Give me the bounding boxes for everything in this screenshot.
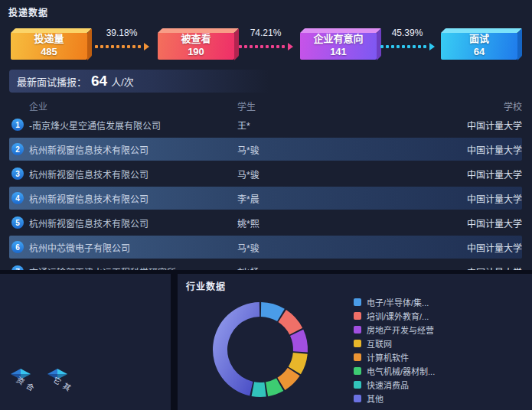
arrow-dot bbox=[260, 45, 263, 48]
row-school: 中国计量大学 bbox=[377, 168, 522, 181]
stage-value: 141 bbox=[330, 46, 347, 59]
donut-slice[interactable] bbox=[213, 302, 259, 395]
industry-panel-title: 行业数据 bbox=[186, 279, 226, 292]
stage-value: 64 bbox=[474, 46, 485, 59]
chart-legend: 电子/半导体/集...培训/课外教育/...房地产开发与经营互联网计算机软件电气… bbox=[354, 298, 435, 408]
arrow-dot bbox=[116, 45, 119, 48]
arrow-dot bbox=[282, 45, 285, 48]
arrow-head-icon bbox=[429, 43, 435, 50]
broadcast-value: 64 bbox=[91, 73, 107, 89]
row-index-badge: 1 bbox=[11, 119, 24, 131]
funnel-stage-viewed: 被查看 190 bbox=[158, 32, 234, 60]
legend-label: 其他 bbox=[367, 392, 383, 405]
legend-item[interactable]: 计算机软件 bbox=[354, 353, 435, 361]
arrow-dot bbox=[138, 45, 141, 48]
row-school: 中国计量大学 bbox=[377, 143, 522, 156]
stage-top-bevel bbox=[158, 28, 239, 33]
row-index-badge: 6 bbox=[11, 241, 24, 253]
legend-label: 电子/半导体/集... bbox=[367, 296, 429, 308]
table-body: 1 -南京烽火星空通信发展有限公司 王* 中国计量大学 2 杭州新视窗信息技术有… bbox=[9, 113, 522, 270]
row-student: 姚*熙 bbox=[237, 216, 377, 229]
table-row: 2 杭州新视窗信息技术有限公司 马*骏 中国计量大学 bbox=[9, 138, 522, 161]
row-company: 杭州中芯微电子有限公司 bbox=[29, 241, 237, 254]
arrow-dot bbox=[127, 45, 130, 48]
legend-color-chip bbox=[354, 353, 361, 361]
arrow-dot bbox=[391, 45, 394, 48]
row-student: 马*骏 bbox=[237, 143, 377, 156]
arrow-dot bbox=[266, 45, 269, 48]
legend-color-chip bbox=[354, 367, 361, 375]
legend-item[interactable]: 其他 bbox=[354, 394, 435, 402]
row-company: 交通运输部天津水运工程科学研究所 bbox=[29, 265, 237, 271]
row-index-badge: 3 bbox=[11, 168, 24, 180]
funnel-stage-company-interested: 企业有意向 141 bbox=[300, 32, 377, 60]
arrow-dot bbox=[276, 45, 279, 48]
legend-item[interactable]: 快速消费品 bbox=[354, 380, 435, 389]
legend-label: 计算机软件 bbox=[367, 351, 409, 363]
arrow-dot bbox=[407, 45, 410, 48]
arrow-dot bbox=[106, 45, 109, 48]
arrow-dot bbox=[132, 45, 135, 48]
rate-value: 74.21% bbox=[234, 28, 297, 38]
legend-label: 快速消费品 bbox=[367, 379, 409, 391]
arrow-dot bbox=[413, 45, 416, 48]
legend-label: 房地产开发与经营 bbox=[367, 324, 434, 336]
funnel-stage-interview: 面试 64 bbox=[441, 32, 517, 60]
row-company: -南京烽火星空通信发展有限公司 bbox=[29, 119, 237, 132]
latest-interview-broadcast: 最新面试播报： 64 人/次 bbox=[9, 70, 269, 93]
row-company: 杭州新视窗信息技术有限公司 bbox=[29, 168, 237, 181]
legend-item[interactable]: 互联网 bbox=[354, 339, 435, 347]
arrow-dot bbox=[239, 45, 242, 48]
category-marker: 其它 bbox=[47, 369, 67, 379]
arrow-dot bbox=[255, 45, 258, 48]
table-row: 5 杭州新视窗信息技术有限公司 姚*熙 中国计量大学 bbox=[9, 211, 522, 234]
stage-top-bevel bbox=[11, 28, 92, 33]
dotted-arrow-icon bbox=[89, 43, 155, 50]
table-row: 1 -南京烽火星空通信发展有限公司 王* 中国计量大学 bbox=[9, 113, 522, 136]
rate-value: 45.39% bbox=[377, 28, 438, 38]
row-company: 杭州新视窗信息技术有限公司 bbox=[29, 143, 237, 156]
arrow-dot bbox=[111, 45, 114, 48]
row-school: 中国计量大学 bbox=[377, 241, 522, 254]
row-company: 杭州新视窗信息技术有限公司 bbox=[29, 216, 237, 229]
industry-data-panel: 行业数据 电子/半导体/集...培训/课外教育/...房地产开发与经营互联网计算… bbox=[178, 274, 532, 410]
donut-slice[interactable] bbox=[290, 330, 308, 353]
column-header-company: 企业 bbox=[29, 99, 237, 112]
arrow-head-icon bbox=[288, 43, 293, 50]
legend-item[interactable]: 房地产开发与经营 bbox=[354, 325, 435, 334]
industry-donut-chart bbox=[207, 296, 314, 403]
stage-label: 企业有意向 bbox=[313, 33, 363, 46]
row-index-badge: 5 bbox=[11, 216, 24, 229]
dotted-arrow-icon bbox=[234, 43, 297, 50]
conversion-rate: 45.39% bbox=[377, 28, 438, 50]
stage-top-bevel bbox=[300, 28, 381, 33]
legend-color-chip bbox=[354, 326, 361, 334]
row-student: 李*晨 bbox=[237, 192, 377, 205]
row-student: 马*骏 bbox=[237, 241, 377, 254]
row-student: 刘*扬 bbox=[237, 265, 377, 271]
row-school: 中国计量大学 bbox=[377, 265, 522, 271]
row-student: 王* bbox=[237, 119, 377, 132]
legend-color-chip bbox=[354, 395, 361, 402]
delivery-table: 企业 学生 学校 1 -南京烽火星空通信发展有限公司 王* 中国计量大学 2 杭… bbox=[9, 99, 522, 270]
table-row: 3 杭州新视窗信息技术有限公司 马*骏 中国计量大学 bbox=[9, 162, 522, 185]
legend-item[interactable]: 电气机械/器材制... bbox=[354, 366, 435, 375]
funnel-stage-deliveries: 投递量 485 bbox=[11, 32, 87, 60]
donut-slice[interactable] bbox=[278, 310, 302, 334]
legend-label: 培训/课外教育/... bbox=[367, 310, 429, 322]
legend-item[interactable]: 电子/半导体/集... bbox=[354, 298, 435, 306]
arrow-head-icon bbox=[144, 43, 149, 50]
arrow-dot bbox=[386, 45, 389, 48]
legend-item[interactable]: 培训/课外教育/... bbox=[354, 311, 435, 320]
stage-side-bevel bbox=[517, 28, 522, 60]
legend-label: 互联网 bbox=[367, 337, 392, 350]
arrow-dot bbox=[250, 45, 253, 48]
legend-color-chip bbox=[354, 298, 361, 306]
donut-slice[interactable] bbox=[252, 382, 266, 397]
delivery-panel-title: 投递数据 bbox=[8, 5, 48, 18]
rate-value: 39.18% bbox=[89, 28, 155, 38]
conversion-rate: 74.21% bbox=[234, 28, 297, 50]
row-index-badge: 2 bbox=[11, 143, 24, 155]
row-school: 中国计量大学 bbox=[377, 119, 522, 132]
arrow-dot bbox=[122, 45, 125, 48]
